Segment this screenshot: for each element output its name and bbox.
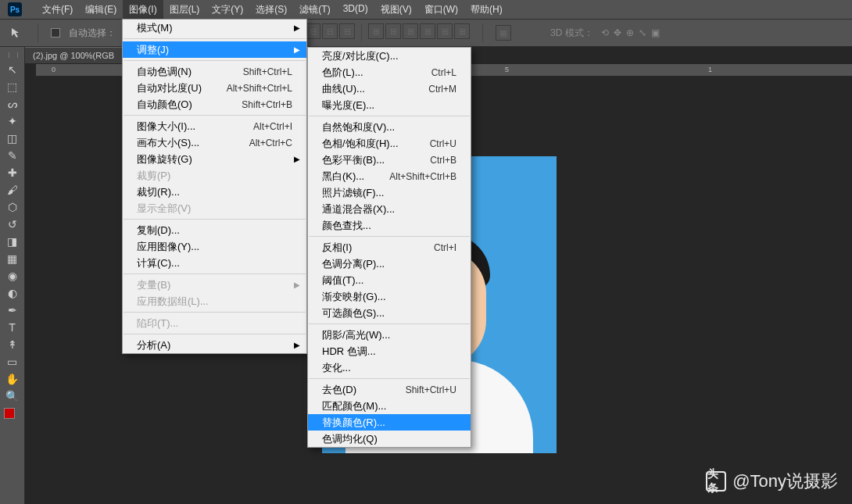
menu-item[interactable]: 变化... — [308, 359, 471, 376]
menu-item-label: 变化... — [322, 361, 351, 375]
distribute-icon[interactable]: ⊞ — [403, 23, 418, 39]
type-tool[interactable]: T — [1, 319, 24, 336]
distribute-icon[interactable]: ⊞ — [420, 23, 435, 39]
distribute-icon[interactable]: ⊞ — [454, 23, 470, 39]
menu-item-label: 颜色查找... — [322, 219, 371, 233]
move-tool[interactable]: ↖ — [1, 61, 24, 78]
menu-item[interactable]: 渐变映射(G)... — [308, 288, 471, 305]
align-icon[interactable]: ⊟ — [339, 23, 355, 39]
menu-item[interactable]: 曝光度(E)... — [308, 97, 471, 113]
menu-item[interactable]: HDR 色调... — [308, 343, 471, 359]
menu-item[interactable]: 帮助(H) — [464, 0, 509, 20]
lasso-tool[interactable]: ᔕ — [1, 95, 24, 113]
dodge-tool[interactable]: ◐ — [1, 284, 24, 302]
3d-pan-icon[interactable]: ✥ — [614, 27, 621, 38]
menu-item[interactable]: 滤镜(T) — [293, 0, 336, 20]
3d-orbit-icon[interactable]: ⟲ — [601, 27, 609, 38]
menu-item[interactable]: 图层(L) — [163, 0, 206, 20]
submenu-arrow-icon: ▶ — [294, 23, 300, 32]
menu-item[interactable]: 计算(C)... — [123, 255, 306, 271]
menu-item[interactable]: 3D(D) — [337, 0, 374, 20]
menu-item[interactable]: 反相(I)Ctrl+I — [308, 239, 471, 256]
wand-tool[interactable]: ✦ — [1, 113, 24, 130]
menu-item[interactable]: 分析(A)▶ — [123, 337, 306, 353]
gradient-tool[interactable]: ▦ — [1, 250, 24, 267]
brush-tool[interactable]: 🖌 — [1, 181, 24, 198]
eyedropper-tool[interactable]: ✎ — [1, 147, 24, 164]
menu-item[interactable]: 匹配颜色(M)... — [308, 398, 471, 414]
menu-item[interactable]: 色调分离(P)... — [308, 256, 471, 272]
menu-item[interactable]: 阈值(T)... — [308, 272, 471, 288]
menubar: Ps 文件(F)编辑(E)图像(I)图层(L)文字(Y)选择(S)滤镜(T)3D… — [0, 0, 852, 19]
menu-item[interactable]: 自动色调(N)Shift+Ctrl+L — [123, 63, 306, 80]
menu-item[interactable]: 曲线(U)...Ctrl+M — [308, 80, 471, 97]
menu-item-label: 照片滤镜(F)... — [322, 186, 384, 200]
foreground-color-swatch[interactable] — [4, 408, 15, 419]
auto-select-checkbox[interactable] — [51, 28, 60, 38]
eraser-tool[interactable]: ◨ — [1, 233, 24, 250]
menu-item[interactable]: 选择(S) — [249, 0, 293, 20]
ruler-mark: 0 — [52, 66, 55, 73]
menu-item[interactable]: 颜色查找... — [308, 217, 471, 234]
align-icon[interactable]: ⊟ — [305, 23, 320, 39]
distribute-icon[interactable]: ⊞ — [385, 23, 401, 39]
healing-tool[interactable]: ✚ — [1, 164, 24, 181]
menu-item[interactable]: 编辑(E) — [79, 0, 123, 20]
menu-item[interactable]: 可选颜色(S)... — [308, 305, 471, 321]
stamp-tool[interactable]: ⬡ — [1, 198, 24, 216]
document-tab[interactable]: (2).jpg @ 100%(RGB — [25, 47, 122, 63]
menu-item[interactable]: 调整(J)▶ — [123, 41, 306, 58]
menu-item[interactable]: 模式(M)▶ — [123, 20, 306, 36]
marquee-tool[interactable]: ⬚ — [1, 78, 24, 95]
3d-mode-label: 3D 模式： — [550, 27, 593, 40]
3d-camera-icon[interactable]: ▣ — [651, 27, 660, 38]
3d-scale-icon[interactable]: ⤡ — [639, 27, 646, 38]
menu-item[interactable]: 自动对比度(U)Alt+Shift+Ctrl+L — [123, 80, 306, 96]
menu-item[interactable]: 色调均化(Q) — [308, 431, 471, 447]
menu-item-label: HDR 色调... — [322, 345, 376, 359]
menu-item[interactable]: 阴影/高光(W)... — [308, 327, 471, 343]
path-tool[interactable]: ↟ — [1, 336, 24, 353]
menu-item-label: 自然饱和度(V)... — [322, 120, 395, 134]
3d-move-icon[interactable]: ⊕ — [626, 27, 634, 38]
menu-item[interactable]: 复制(D)... — [123, 222, 306, 238]
menu-item[interactable]: 色阶(L)...Ctrl+L — [308, 64, 471, 80]
menu-item[interactable]: 自动颜色(O)Shift+Ctrl+B — [123, 96, 306, 113]
menu-item[interactable]: 自然饱和度(V)... — [308, 119, 471, 135]
adjustments-submenu: 亮度/对比度(C)...色阶(L)...Ctrl+L曲线(U)...Ctrl+M… — [307, 47, 471, 448]
menu-item[interactable]: 通道混合器(X)... — [308, 201, 471, 217]
menu-item[interactable]: 色相/饱和度(H)...Ctrl+U — [308, 135, 471, 152]
menu-separator — [309, 378, 470, 379]
menu-item[interactable]: 图像大小(I)...Alt+Ctrl+I — [123, 118, 306, 134]
menu-item[interactable]: 文件(F) — [36, 0, 79, 20]
blur-tool[interactable]: ◉ — [1, 267, 24, 284]
auto-select-group[interactable]: 自动选择： — [51, 27, 116, 40]
menu-item[interactable]: 应用图像(Y)... — [123, 238, 306, 255]
ps-logo: Ps — [8, 2, 22, 16]
menu-item[interactable]: 图像(I) — [123, 0, 163, 20]
menu-item[interactable]: 裁切(R)... — [123, 184, 306, 200]
menu-item[interactable]: 替换颜色(R)... — [308, 414, 471, 431]
auto-align-icon[interactable]: ▦ — [496, 25, 511, 41]
zoom-tool[interactable]: 🔍 — [1, 388, 24, 405]
menu-item[interactable]: 文字(Y) — [206, 0, 249, 20]
menu-item[interactable]: 视图(V) — [374, 0, 418, 20]
menu-item[interactable]: 色彩平衡(B)...Ctrl+B — [308, 152, 471, 168]
distribute-icon[interactable]: ⊞ — [368, 23, 384, 39]
menu-item[interactable]: 去色(D)Shift+Ctrl+U — [308, 381, 471, 398]
menu-item[interactable]: 黑白(K)...Alt+Shift+Ctrl+B — [308, 168, 471, 184]
menu-shortcut: Shift+Ctrl+L — [243, 66, 292, 77]
rect-tool[interactable]: ▭ — [1, 353, 24, 370]
hand-tool[interactable]: ✋ — [1, 370, 24, 388]
history-tool[interactable]: ↺ — [1, 216, 24, 233]
toolbox-toggle[interactable] — [9, 52, 18, 58]
menu-item[interactable]: 窗口(W) — [418, 0, 464, 20]
menu-item[interactable]: 图像旋转(G)▶ — [123, 151, 306, 167]
crop-tool[interactable]: ◫ — [1, 130, 24, 147]
align-icon[interactable]: ⊟ — [322, 23, 338, 39]
pen-tool[interactable]: ✒ — [1, 302, 24, 319]
menu-item[interactable]: 画布大小(S)...Alt+Ctrl+C — [123, 134, 306, 151]
menu-item[interactable]: 亮度/对比度(C)... — [308, 48, 471, 64]
distribute-icon[interactable]: ⊞ — [437, 23, 453, 39]
menu-item[interactable]: 照片滤镜(F)... — [308, 184, 471, 201]
